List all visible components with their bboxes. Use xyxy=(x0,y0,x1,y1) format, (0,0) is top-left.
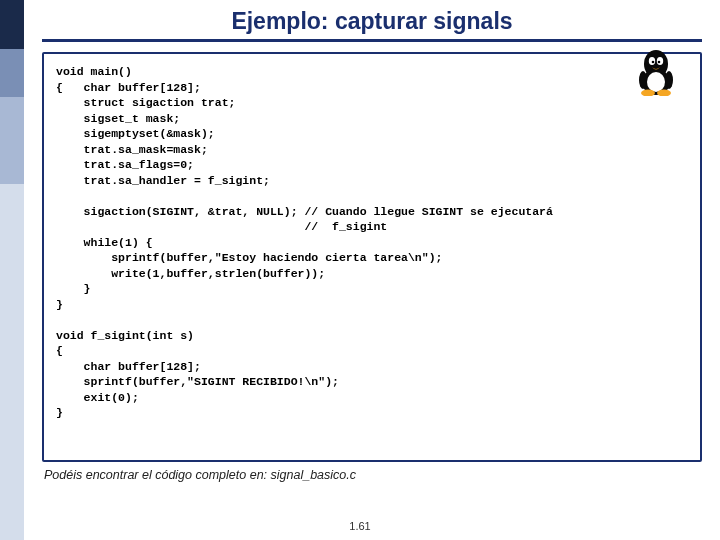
page-number: 1.61 xyxy=(0,520,720,532)
svg-point-6 xyxy=(658,61,661,64)
side-accent-bar xyxy=(0,0,24,540)
svg-point-3 xyxy=(649,57,655,65)
svg-point-10 xyxy=(665,71,673,89)
svg-point-2 xyxy=(647,72,665,92)
svg-point-5 xyxy=(652,61,655,64)
title-rule xyxy=(42,39,702,42)
slide-content: Ejemplo: capturar signals void main() { … xyxy=(24,0,720,540)
code-box: void main() { char buffer[128]; struct s… xyxy=(42,52,702,462)
svg-point-4 xyxy=(657,57,663,65)
footnote-text: Podéis encontrar el código completo en: … xyxy=(44,468,702,482)
tux-icon xyxy=(634,44,678,96)
slide-title: Ejemplo: capturar signals xyxy=(42,8,702,35)
svg-point-9 xyxy=(639,71,647,89)
code-listing: void main() { char buffer[128]; struct s… xyxy=(56,64,688,421)
